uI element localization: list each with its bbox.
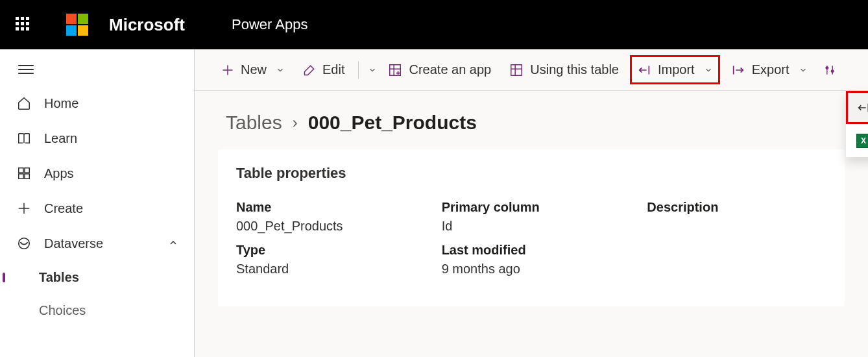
microsoft-logo-icon (66, 14, 88, 36)
sidebar-item-learn[interactable]: Learn (0, 121, 194, 156)
content-area: New Edit Create an app Using this table … (195, 49, 868, 357)
export-button[interactable]: Export (724, 55, 815, 84)
sidebar-item-create[interactable]: Create (0, 191, 194, 226)
sidebar: Home Learn Apps Create (0, 49, 195, 357)
new-button[interactable]: New (214, 55, 292, 84)
sidebar-item-home[interactable]: Home (0, 86, 194, 121)
using-table-button[interactable]: Using this table (502, 55, 626, 84)
chevron-down-icon (276, 66, 285, 75)
prop-label-primary: Primary column (442, 200, 621, 215)
prop-label-description: Description (647, 200, 826, 215)
card-title: Table properties (236, 165, 826, 182)
sidebar-item-label: Create (44, 201, 83, 216)
table-properties-card: Table properties Name 000_Pet_Products T… (218, 149, 845, 306)
import-label: Import (658, 62, 695, 77)
import-arrow-icon (856, 101, 868, 115)
svg-rect-5 (390, 64, 401, 75)
import-data-menuitem[interactable]: Import data (846, 91, 868, 124)
sidebar-item-label: Learn (44, 131, 77, 146)
using-table-label: Using this table (530, 62, 619, 77)
svg-rect-1 (25, 168, 29, 173)
prop-value-name: 000_Pet_Products (236, 219, 416, 234)
grid-icon (16, 165, 32, 182)
command-bar: New Edit Create an app Using this table … (195, 49, 868, 91)
sidebar-item-label: Tables (39, 270, 79, 285)
hamburger-menu-icon[interactable] (0, 53, 52, 80)
global-header: Microsoft Power Apps (0, 0, 868, 49)
plus-icon (16, 200, 32, 217)
import-menu: Import data X Import data from Excel (846, 91, 868, 157)
sidebar-item-apps[interactable]: Apps (0, 156, 194, 191)
svg-point-4 (19, 238, 30, 249)
breadcrumb: Tables › 000_Pet_Products (195, 91, 868, 149)
export-label: Export (752, 62, 790, 77)
create-app-label: Create an app (409, 62, 491, 77)
dataverse-icon (16, 235, 32, 252)
product-name[interactable]: Power Apps (232, 16, 307, 33)
sidebar-item-label: Choices (39, 303, 86, 318)
toolbar-divider (358, 61, 359, 79)
prop-value-type: Standard (236, 262, 416, 277)
prop-label-type: Type (236, 243, 416, 258)
prop-label-modified: Last modified (442, 243, 621, 258)
svg-rect-6 (511, 64, 522, 75)
edit-label: Edit (322, 62, 344, 77)
chevron-down-icon (704, 66, 713, 75)
chevron-down-icon (799, 66, 808, 75)
excel-icon: X (856, 134, 868, 148)
chevron-right-icon: › (293, 114, 298, 132)
breadcrumb-parent[interactable]: Tables (226, 112, 282, 134)
brand-text: Microsoft (109, 15, 185, 35)
sidebar-item-label: Apps (44, 166, 74, 181)
sidebar-item-dataverse[interactable]: Dataverse (0, 226, 194, 261)
svg-rect-0 (19, 168, 23, 173)
home-icon (16, 95, 32, 112)
settings-button[interactable] (819, 56, 841, 84)
svg-rect-3 (25, 174, 29, 178)
new-label: New (241, 62, 267, 77)
prop-value-primary: Id (442, 219, 621, 234)
book-icon (16, 130, 32, 147)
chevron-down-icon[interactable] (368, 66, 377, 75)
import-button[interactable]: Import (630, 55, 720, 84)
prop-value-modified: 9 months ago (442, 262, 621, 277)
app-launcher-icon[interactable] (16, 17, 31, 32)
sidebar-item-label: Dataverse (44, 236, 103, 251)
sidebar-item-choices[interactable]: Choices (0, 294, 194, 327)
sidebar-item-tables[interactable]: Tables (0, 261, 194, 294)
prop-label-name: Name (236, 200, 416, 215)
import-excel-menuitem[interactable]: X Import data from Excel (846, 124, 868, 157)
edit-button[interactable]: Edit (296, 55, 352, 84)
sidebar-item-label: Home (44, 96, 78, 111)
breadcrumb-current: 000_Pet_Products (308, 112, 477, 134)
chevron-up-icon (168, 236, 178, 251)
svg-rect-2 (19, 174, 23, 178)
create-app-button[interactable]: Create an app (381, 55, 498, 84)
